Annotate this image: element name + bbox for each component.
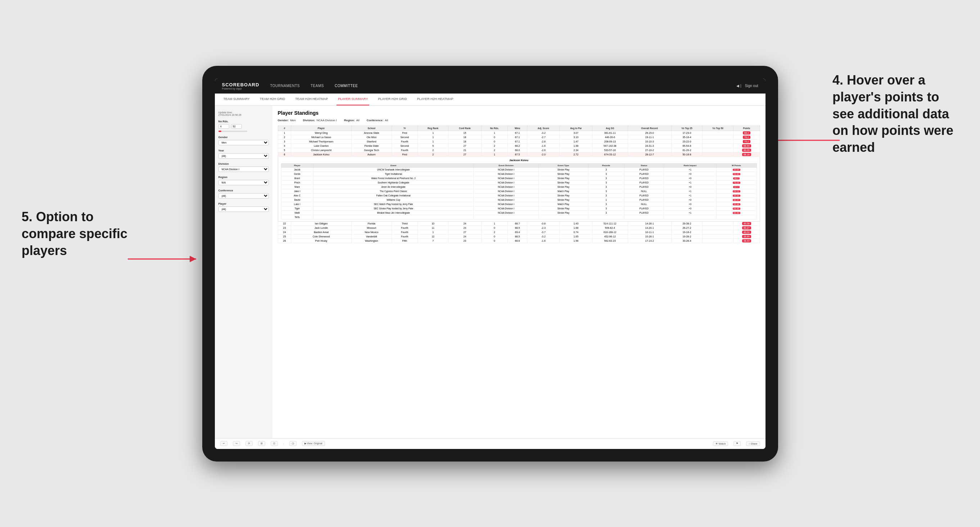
share-icon: ↑	[749, 443, 750, 445]
nav-right: ◀ | Sign out	[737, 84, 758, 88]
watch-button[interactable]: 👁 Watch	[713, 441, 729, 446]
list-item: Jake I The Cypress Point Classic NCAA Di…	[281, 189, 757, 193]
share-button[interactable]: ↑ Share	[746, 441, 760, 446]
no-rds-slider[interactable]	[218, 130, 247, 132]
col-reg-rank: Reg Rank	[417, 125, 449, 130]
list-item: Brent Wake Forest Invitational at Pinehu…	[281, 176, 757, 180]
col-points: Points	[733, 125, 760, 130]
tab-player-h2h-heatmap[interactable]: PLAYER H2H HEATMAP	[416, 94, 455, 105]
tab-player-summary[interactable]: PLAYER SUMMARY	[337, 94, 369, 105]
table-row: 5 Christo Lamprecht Georgia Tech Fourth …	[278, 148, 760, 152]
year-select[interactable]: (All)	[218, 153, 269, 159]
watch-icon: 👁	[716, 443, 718, 445]
clock-button[interactable]: ◷	[290, 441, 297, 446]
tablet-device: SCOREBOARD Powered by clippi TOURNAMENTS…	[202, 66, 778, 462]
gender-select[interactable]: Men	[218, 140, 269, 145]
background: 5. Option to compare specific players 4.…	[0, 0, 980, 527]
arrow-left	[128, 257, 200, 261]
list-item: Luke I SEC Match Play hosted by Jerry Pa…	[281, 202, 757, 206]
grid-button[interactable]: ⊞	[258, 441, 265, 446]
list-item: Terfu	[281, 215, 757, 219]
table-row: 24 Bastien Amat New Mexico Fourth 1 27 2…	[278, 230, 760, 234]
view-label: View: Original	[307, 442, 323, 444]
list-item: Tiger SEC Stroke Play hosted by Jerry Pa…	[281, 206, 757, 210]
redo-button[interactable]: ↪	[233, 441, 240, 446]
nav-teams[interactable]: TEAMS	[310, 84, 324, 88]
refresh-button[interactable]: ⟳	[245, 441, 253, 446]
division-filter: Division: NCAA Division I	[303, 119, 337, 122]
conference-label: Conference	[218, 189, 269, 192]
gender-filter: Gender: Men	[278, 119, 296, 122]
tab-team-h2h-heatmap[interactable]: TEAM H2H HEATMAP	[294, 94, 329, 105]
bottom-toolbar: ↩ ↪ ⟳ ⊞ ⊡ | ◷ ▶ View: Original 👁 Watch ⚑	[215, 438, 765, 449]
player-select[interactable]: (All)	[218, 206, 269, 212]
nav-tournaments[interactable]: TOURNAMENTS	[270, 84, 300, 88]
view-icon: ▶	[304, 442, 306, 444]
list-item: Phich Southern Highlands Collegiate NCAA…	[281, 180, 757, 184]
tooltip-inner-table: Player Event Event Division Event Type R…	[281, 163, 757, 219]
no-rds-from-input[interactable]	[218, 124, 229, 129]
col-school: School	[351, 125, 391, 130]
table-row: 25 Cole Sherwood Vanderbilt Fourth 12 24…	[278, 234, 760, 238]
region-select[interactable]: N/A	[218, 180, 269, 185]
filter-row: Gender: Men Division: NCAA Division I Re…	[278, 119, 760, 122]
update-time: Update time: 27/01/2024 16:56:26	[218, 111, 269, 116]
col-no-rds: No Rds.	[481, 125, 508, 130]
col-vs25: Vs Top 25	[671, 125, 702, 130]
col-wins: Wins	[508, 125, 527, 130]
table-header: # Player School Yr Reg Rank Conf Rank No…	[278, 125, 760, 130]
col-overall: Overall Record	[628, 125, 671, 130]
table-row: 23 Jack Lundin Missouri Fourth 11 24 0 8…	[278, 225, 760, 230]
region-filter: Region: All	[344, 119, 360, 122]
standings-title: Player Standings	[278, 110, 760, 116]
sub-navigation: TEAM SUMMARY TEAM H2H GRID TEAM H2H HEAT…	[215, 94, 765, 106]
top-navigation: SCOREBOARD Powered by clippi TOURNAMENTS…	[215, 78, 765, 94]
nav-links: TOURNAMENTS TEAMS COMMITTEE	[270, 84, 737, 88]
year-label: Year	[218, 149, 269, 152]
col-yr: Yr	[391, 125, 417, 130]
col-adj-score: Adj. Score	[527, 125, 560, 130]
main-content: Update time: 27/01/2024 16:56:26 No Rds.…	[215, 106, 765, 438]
list-item: Alex C Fallen Oak Collegiate Invitationa…	[281, 193, 757, 197]
undo-button[interactable]: ↩	[220, 441, 228, 446]
division-select[interactable]: NCAA Division I	[218, 167, 269, 172]
conference-filter: Conference: All	[367, 119, 388, 122]
table-row: 22 Ian Gilligan Florida Third 10 24 1 68…	[278, 221, 760, 225]
no-rds-label: No Rds.	[218, 120, 269, 123]
tab-team-summary[interactable]: TEAM SUMMARY	[222, 94, 251, 105]
table-row: 2 Michael La Sasso Ole Miss Second 1 18 …	[278, 135, 760, 139]
table-row: 3 Michael Thorbjornsen Stanford Fourth 1…	[278, 139, 760, 143]
flag-button[interactable]: ⚑	[733, 441, 741, 446]
sidebar: Update time: 27/01/2024 16:56:26 No Rds.…	[215, 106, 272, 438]
table-row: 4 Luke Clanton Florida State Second 5 27…	[278, 143, 760, 148]
view-original-button[interactable]: ▶ View: Original	[302, 441, 325, 446]
tab-team-h2h-grid[interactable]: TEAM H2H GRID	[258, 94, 287, 105]
no-rds-to-input[interactable]	[231, 124, 242, 129]
table-row-highlighted: 6 Jackson Koivu Auburn First 2 27 1 87.5…	[278, 152, 760, 157]
tab-player-h2h-grid[interactable]: PLAYER H2H GRID	[377, 94, 408, 105]
col-avg-topar: Avg to Par	[560, 125, 592, 130]
col-vs50: Vs Top 50	[703, 125, 733, 130]
layout-button[interactable]: ⊡	[270, 441, 278, 446]
gender-label: Gender	[218, 136, 269, 139]
annotation-right: 4. Hover over a player's points to see a…	[832, 72, 958, 156]
region-label: Region	[218, 176, 269, 179]
sign-out-button[interactable]: Sign out	[745, 84, 758, 88]
table-row: 26 Petr Hruby Washington Fifth 7 23 0 68…	[278, 238, 760, 243]
col-conf-rank: Conf Rank	[449, 125, 481, 130]
tablet-screen: SCOREBOARD Powered by clippi TOURNAMENTS…	[215, 78, 765, 449]
table-area: Player Standings Gender: Men Division: N…	[272, 106, 765, 438]
list-item: Gordo Tiger Invitational NCAA Division I…	[281, 171, 757, 176]
watch-label: Watch	[719, 443, 726, 445]
col-avg-sg: Avg SG	[592, 125, 628, 130]
col-rank: #	[278, 125, 291, 130]
player-label: Player	[218, 202, 269, 205]
list-item: Mattl Mirabel Maui Jim Intercollegiate N…	[281, 210, 757, 215]
logo: SCOREBOARD Powered by clippi	[222, 82, 259, 90]
no-rds-row	[218, 124, 269, 129]
table-row: 1 Wenyi Ding Arizona State First 1 15 1 …	[278, 130, 760, 135]
list-item: Jacob UNCW Seahawk Intercollegiate NCAA …	[281, 167, 757, 171]
tooltip-table-header: Player Event Event Division Event Type R…	[281, 163, 757, 167]
nav-committee[interactable]: COMMITTEE	[335, 84, 358, 88]
conference-select[interactable]: (All)	[218, 193, 269, 198]
